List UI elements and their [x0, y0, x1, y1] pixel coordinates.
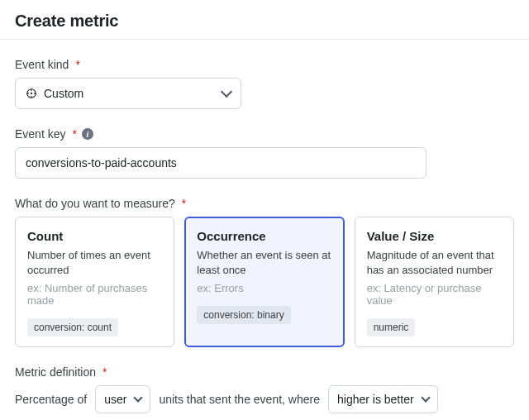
required-asterisk: *: [75, 58, 79, 71]
metric-definition-row: Percentage of user units that sent the e…: [15, 385, 514, 413]
event-kind-field: Event kind * Custom: [15, 58, 514, 109]
definition-prefix: Percentage of: [15, 393, 87, 406]
chevron-down-icon: [221, 86, 232, 98]
measure-option-title: Value / Size: [367, 229, 502, 243]
event-kind-label: Event kind *: [15, 58, 514, 71]
custom-event-icon: [26, 88, 37, 99]
svg-point-1: [31, 93, 32, 94]
measure-option-example: ex: Latency or purchase value: [367, 282, 502, 307]
event-key-label-text: Event key: [15, 127, 65, 141]
measure-option-tag: numeric: [367, 318, 416, 336]
measure-option-count[interactable]: Count Number of times an event occurred …: [15, 217, 174, 347]
metric-definition-field: Metric definition * Percentage of user u…: [15, 365, 514, 413]
measure-option-occurrence[interactable]: Occurrence Whether an event is seen at l…: [184, 217, 344, 347]
chevron-down-icon: [421, 393, 430, 402]
measure-option-example: ex: Errors: [197, 282, 331, 294]
metric-definition-label: Metric definition *: [15, 365, 514, 379]
definition-middle: units that sent the event, where: [159, 393, 320, 406]
required-asterisk: *: [182, 197, 186, 210]
info-icon[interactable]: i: [82, 128, 93, 140]
measure-option-value-size[interactable]: Value / Size Magnitude of an event that …: [355, 217, 514, 347]
event-kind-value: Custom: [44, 87, 83, 100]
measure-option-title: Count: [27, 229, 162, 243]
unit-select[interactable]: user: [95, 385, 150, 413]
direction-select[interactable]: higher is better: [328, 385, 438, 413]
measure-option-example: ex: Number of purchases made: [27, 282, 162, 307]
measure-option-desc: Whether an event is seen at least once: [197, 248, 331, 277]
measure-options: Count Number of times an event occurred …: [15, 217, 514, 347]
event-key-label: Event key * i: [15, 127, 514, 141]
event-key-input[interactable]: [15, 147, 427, 179]
chevron-down-icon: [134, 393, 143, 402]
unit-value: user: [104, 393, 126, 406]
required-asterisk: *: [72, 127, 76, 141]
measure-option-tag: conversion: count: [27, 318, 118, 336]
measure-option-title: Occurrence: [197, 229, 331, 243]
measure-label: What do you want to measure? *: [15, 197, 514, 210]
event-kind-label-text: Event kind: [15, 58, 69, 71]
measure-label-text: What do you want to measure?: [15, 197, 175, 210]
header-divider: [0, 39, 529, 40]
metric-definition-label-text: Metric definition: [15, 365, 96, 379]
direction-value: higher is better: [337, 393, 414, 406]
event-kind-select[interactable]: Custom: [15, 78, 241, 109]
page-title: Create metric: [15, 12, 514, 31]
measure-option-desc: Magnitude of an event that has an associ…: [367, 248, 502, 277]
event-key-field: Event key * i: [15, 127, 514, 179]
required-asterisk: *: [102, 365, 107, 379]
measure-option-desc: Number of times an event occurred: [27, 248, 162, 277]
measure-option-tag: conversion: binary: [197, 306, 290, 324]
measure-field: What do you want to measure? * Count Num…: [15, 197, 514, 347]
